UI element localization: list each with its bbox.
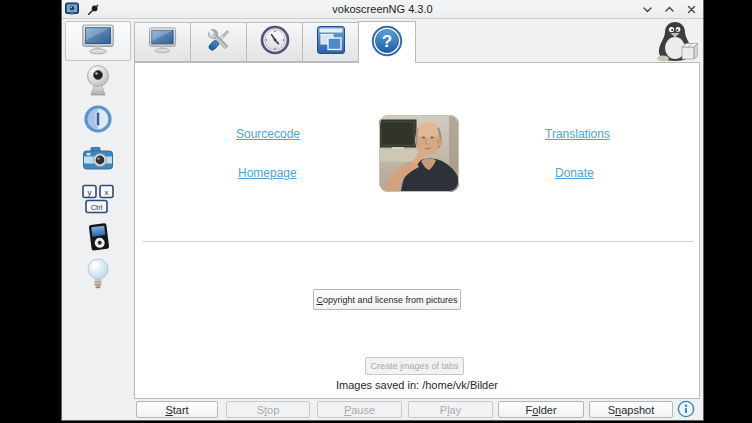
camera-icon <box>82 145 114 177</box>
close-button[interactable] <box>684 2 699 17</box>
svg-text:?: ? <box>382 32 392 51</box>
tab-windows[interactable] <box>302 22 359 62</box>
tools-tab-icon <box>203 24 235 60</box>
svg-text:y: y <box>88 188 92 197</box>
sidebar: y x Ctrl <box>62 19 134 420</box>
screen-tab-icon <box>147 26 178 58</box>
start-button[interactable]: Start <box>136 401 218 418</box>
lamp-icon <box>84 258 112 295</box>
divider <box>143 241 693 242</box>
sidebar-item-hotkeys[interactable]: y x Ctrl <box>62 184 134 220</box>
help-tab-icon: ? <box>370 24 404 62</box>
tux-linux-logo <box>652 20 698 66</box>
window-controls <box>640 2 699 17</box>
timer-tab-icon <box>259 24 291 60</box>
create-images-button[interactable]: Create images of tabs <box>365 357 464 375</box>
tab-timer[interactable] <box>246 22 303 62</box>
webcam-icon <box>82 64 114 101</box>
sidebar-item-webcam[interactable] <box>62 64 134 101</box>
screen-icon <box>80 23 116 59</box>
folder-button[interactable]: Folder <box>498 401 584 418</box>
tab-help[interactable]: ? <box>358 21 416 63</box>
sidebar-item-record-pause[interactable] <box>62 103 134 139</box>
play-button[interactable]: Play <box>408 401 493 418</box>
tab-tools[interactable] <box>190 22 247 62</box>
hotkeys-icon: y x Ctrl <box>81 184 115 220</box>
donate-link[interactable]: Donate <box>555 166 594 180</box>
desktop-background: { "titlebar": { "title": "vokoscreenNG 4… <box>0 0 752 423</box>
sidebar-item-screen[interactable] <box>65 21 131 61</box>
sidebar-item-lamp[interactable] <box>62 258 134 295</box>
images-saved-path: Images saved in: /home/vk/Bilder <box>135 379 699 391</box>
window-title: vokoscreenNG 4.3.0 <box>62 3 703 15</box>
shade-button[interactable] <box>640 2 655 17</box>
pause-button[interactable]: Pause <box>317 401 402 418</box>
svg-text:Ctrl: Ctrl <box>91 203 103 212</box>
stop-button[interactable]: Stop <box>226 401 310 418</box>
bottom-bar: Start Stop Pause Play Folder Snapshot <box>134 399 703 420</box>
snapshot-button[interactable]: Snapshot <box>589 401 673 418</box>
sidebar-item-camera[interactable] <box>62 145 134 177</box>
titlebar: vokoscreenNG 4.3.0 <box>62 0 703 19</box>
main-area: ? Sourcecode <box>134 19 703 420</box>
windows-tab-icon <box>315 24 347 60</box>
svg-text:x: x <box>105 188 109 197</box>
app-window: vokoscreenNG 4.3.0 <box>62 0 703 420</box>
sourcecode-link[interactable]: Sourcecode <box>236 127 300 141</box>
tab-screen[interactable] <box>134 22 191 62</box>
developer-photo <box>379 115 459 192</box>
help-pane: Sourcecode Homepage Translations Donate <box>134 62 700 399</box>
unshade-button[interactable] <box>662 2 677 17</box>
record-pause-icon <box>82 103 114 139</box>
homepage-link[interactable]: Homepage <box>238 166 297 180</box>
info-icon[interactable] <box>677 400 695 418</box>
translations-link[interactable]: Translations <box>545 127 610 141</box>
media-player-icon <box>83 221 113 257</box>
sidebar-item-media-player[interactable] <box>62 221 134 257</box>
copyright-button[interactable]: Copyright and license from pictures <box>313 289 461 310</box>
